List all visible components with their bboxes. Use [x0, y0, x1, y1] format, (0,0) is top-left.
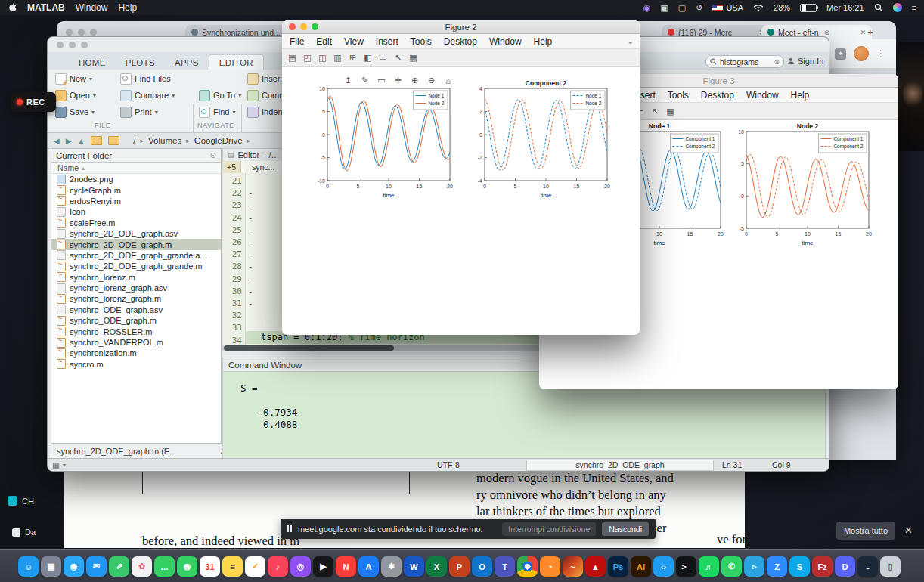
- dock-icon-discord[interactable]: D: [835, 556, 855, 577]
- dock-icon-firefox[interactable]: ◔: [540, 556, 560, 577]
- dock-icon-system-preferences[interactable]: ✱: [381, 556, 402, 577]
- find-button[interactable]: Find▾: [199, 105, 235, 119]
- file-row[interactable]: synchro_2D_ODE_graph.asv: [51, 228, 221, 239]
- menu-insert[interactable]: Insert: [376, 36, 398, 47]
- file-row[interactable]: synchro_ODE_graph.asv: [51, 305, 221, 315]
- breadcrumb-item[interactable]: Volumes: [148, 136, 181, 145]
- dock-icon-steam[interactable]: ◒: [857, 556, 878, 577]
- menu-desktop[interactable]: Desktop: [444, 36, 477, 47]
- dock-icon-matlab[interactable]: ~: [563, 556, 583, 577]
- back-icon[interactable]: ◀: [54, 137, 60, 145]
- dock-icon-chrome[interactable]: [517, 556, 538, 577]
- breadcrumb-item[interactable]: GoogleDrive: [194, 136, 243, 145]
- spotlight-icon[interactable]: [874, 3, 883, 12]
- file-row[interactable]: synchro_lorenz_graph.asv: [51, 283, 221, 293]
- zoom-in-icon[interactable]: ⊕: [409, 75, 420, 86]
- link-icon[interactable]: ⊞: [347, 52, 358, 63]
- compare-button[interactable]: Compare▾: [120, 88, 175, 102]
- input-source[interactable]: USA: [712, 3, 743, 12]
- breadcrumb[interactable]: /▸Volumes▸GoogleDrive▸: [133, 136, 250, 145]
- dock-icon-powerpoint[interactable]: P: [449, 556, 470, 577]
- close-icon[interactable]: [66, 29, 73, 36]
- menu-window[interactable]: Window: [489, 36, 522, 47]
- dock-icon-filezilla[interactable]: Fz: [812, 556, 833, 577]
- menu-app-name[interactable]: MATLAB: [27, 2, 65, 13]
- dock-icon-messages[interactable]: …: [154, 556, 175, 577]
- menu-edit[interactable]: Edit: [316, 36, 332, 47]
- dock-icon-illustrator[interactable]: Ai: [631, 556, 651, 577]
- statusbar-grid-icon[interactable]: ▦: [52, 460, 60, 469]
- dock-icon-zoom[interactable]: Z: [767, 556, 787, 577]
- new-button[interactable]: New▾: [55, 72, 92, 85]
- clear-search-icon[interactable]: ⊗: [774, 58, 780, 66]
- extension-icon-2[interactable]: ✦: [835, 48, 846, 60]
- file-row[interactable]: syncro.m: [51, 359, 221, 370]
- menu-window[interactable]: Window: [746, 90, 779, 101]
- file-row[interactable]: synchro_lorenz_graph.m: [51, 293, 221, 304]
- figure2-titlebar[interactable]: Figure 2: [282, 20, 640, 34]
- dock-icon-app-store[interactable]: A: [358, 556, 379, 577]
- file-row[interactable]: synchro_2D_ODE_graph.m: [51, 239, 221, 249]
- plot-node2[interactable]: Node 205101520-50510timeComponent 1Compo…: [730, 121, 873, 249]
- dock-icon-finder[interactable]: ☺: [18, 556, 39, 577]
- more-tabs-badge[interactable]: +5: [222, 161, 241, 173]
- sign-in-button[interactable]: Sign In: [787, 57, 823, 66]
- minimize-icon[interactable]: [69, 42, 76, 48]
- goto-button[interactable]: Go To▾: [199, 88, 241, 102]
- file-row[interactable]: scaleFree.m: [51, 218, 221, 228]
- open-button[interactable]: Open▾: [55, 88, 96, 102]
- menu-tools[interactable]: Tools: [668, 90, 689, 101]
- plot-component1[interactable]: 05101520-10-50510timeNode 1Node 2: [311, 78, 454, 202]
- dock-icon-spotify[interactable]: ♬: [699, 556, 719, 577]
- brush-icon[interactable]: ✎: [359, 75, 371, 86]
- new-figure-icon[interactable]: ▤: [287, 52, 298, 63]
- battery-percent[interactable]: 28%: [774, 3, 790, 12]
- menu-file[interactable]: File: [290, 36, 304, 47]
- save-button[interactable]: Save▾: [55, 105, 95, 119]
- datatip-icon[interactable]: ▭: [376, 75, 387, 86]
- dock-icon-calendar[interactable]: 31: [200, 556, 220, 577]
- dock-icon-launchpad[interactable]: ▦: [41, 556, 61, 577]
- file-details-bar[interactable]: synchro_2D_ODE_graph.m (F... ▲: [51, 443, 232, 459]
- pointer-icon[interactable]: ↖: [392, 52, 404, 63]
- ribbon-tab-plots[interactable]: PLOTS: [116, 55, 165, 70]
- browse-folder-icon[interactable]: [108, 136, 119, 145]
- pointer-icon[interactable]: ↖: [650, 106, 661, 117]
- control-center-icon[interactable]: ≡: [912, 4, 916, 12]
- dock-icon-mail[interactable]: ✉: [86, 556, 107, 577]
- close-tab-icon[interactable]: ✕: [860, 29, 866, 36]
- menu-window[interactable]: Window: [76, 2, 108, 13]
- dock-icon-facetime[interactable]: ◉: [177, 556, 197, 577]
- wifi-icon[interactable]: [753, 4, 764, 12]
- show-all-button[interactable]: Mostra tutto: [836, 522, 895, 540]
- close-icon[interactable]: [57, 42, 64, 48]
- statusbar-caret-icon[interactable]: ▾: [63, 462, 66, 469]
- print-icon[interactable]: ▥: [332, 52, 343, 63]
- dock-icon-photos[interactable]: ✿: [132, 556, 152, 577]
- avatar[interactable]: [854, 46, 869, 61]
- file-row[interactable]: Icon: [51, 206, 221, 217]
- grid-icon[interactable]: ▦: [665, 106, 676, 117]
- close-icon[interactable]: ✕: [904, 525, 913, 536]
- save-icon[interactable]: ◫: [317, 52, 328, 63]
- file-row[interactable]: cycleGraph.m: [51, 184, 221, 195]
- dock-icon-reminders[interactable]: ✓: [245, 556, 265, 577]
- zoom-icon[interactable]: [90, 29, 97, 36]
- dock-icon-vscode[interactable]: ‹›: [653, 556, 674, 577]
- hide-banner-button[interactable]: Nascondi: [602, 522, 649, 536]
- file-row[interactable]: synchro_lorenz.m: [51, 272, 221, 283]
- new-tab-button[interactable]: +: [867, 26, 873, 38]
- up-folder-icon[interactable]: ▲: [77, 137, 85, 145]
- menu-clock[interactable]: Mer 16:21: [826, 3, 864, 12]
- browser-window-controls[interactable]: [66, 29, 97, 36]
- dock-icon-tv[interactable]: ▶: [313, 556, 333, 577]
- screen-record-icon[interactable]: ◉: [643, 4, 651, 12]
- breadcrumb-item[interactable]: /: [133, 136, 135, 145]
- dock-icon-teams[interactable]: T: [495, 556, 515, 577]
- file-row[interactable]: synchro_ROSSLER.m: [51, 326, 221, 336]
- browser-menu-icon[interactable]: ⋮: [876, 48, 885, 59]
- dock-icon-telegram[interactable]: ▹: [744, 556, 764, 577]
- forward-icon[interactable]: ▶: [66, 137, 72, 145]
- dock-icon-word[interactable]: W: [404, 556, 424, 577]
- display-icon[interactable]: ▢: [678, 4, 686, 12]
